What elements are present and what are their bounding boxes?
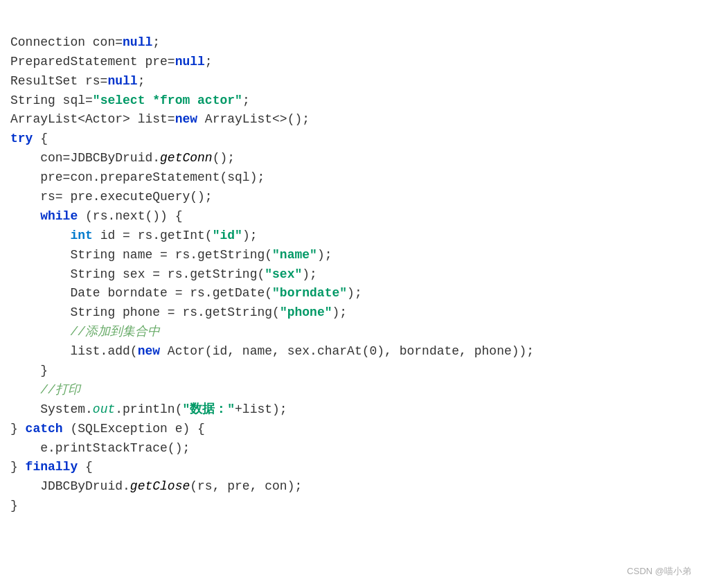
line-7: con=JDBCByDruid.getConn(); [10, 151, 235, 165]
line-1: Connection con=null; [10, 35, 160, 49]
line-25: } [10, 499, 18, 513]
line-8: pre=con.prepareStatement(sql); [10, 170, 265, 184]
line-19: //打印 [10, 383, 80, 397]
line-9: rs= pre.executeQuery(); [10, 190, 213, 204]
line-21: } catch (SQLException e) { [10, 422, 205, 436]
code-container: Connection con=null; PreparedStatement p… [0, 0, 705, 588]
line-3: ResultSet rs=null; [10, 74, 145, 88]
line-14: Date borndate = rs.getDate("borndate"); [10, 286, 362, 300]
line-20: System.out.println("数据："+list); [10, 402, 287, 416]
line-16: //添加到集合中 [10, 325, 160, 339]
line-2: PreparedStatement pre=null; [10, 55, 213, 69]
line-5: ArrayList<Actor> list=new ArrayList<>(); [10, 112, 310, 126]
line-4: String sql="select *from actor"; [10, 93, 250, 107]
line-6: try { [10, 132, 48, 145]
line-23: } finally { [10, 460, 93, 474]
line-11: int id = rs.getInt("id"); [10, 229, 257, 242]
line-18: } [10, 364, 48, 377]
line-17: list.add(new Actor(id, name, sex.charAt(… [10, 344, 534, 358]
line-15: String phone = rs.getString("phone"); [10, 305, 347, 319]
line-22: e.printStackTrace(); [10, 441, 190, 455]
code-block: Connection con=null; PreparedStatement p… [10, 14, 691, 535]
line-10: while (rs.next()) { [10, 209, 182, 223]
watermark: CSDN @喵小弟 [627, 565, 691, 578]
line-13: String sex = rs.getString("sex"); [10, 267, 317, 281]
line-12: String name = rs.getString("name"); [10, 248, 332, 262]
line-24: JDBCByDruid.getClose(rs, pre, con); [10, 479, 302, 493]
